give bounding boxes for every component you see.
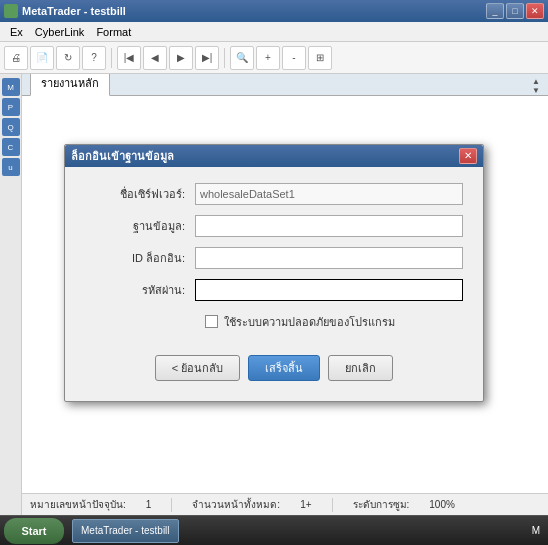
dialog-overlay: ล็อกอินเข้าฐานข้อมูล ✕ ชื่อเซิร์ฟเวอร์: … [0,0,548,545]
server-name-label: ชื่อเซิร์ฟเวอร์: [85,185,195,203]
password-label: รหัสผ่าน: [85,281,195,299]
password-input[interactable] [195,279,463,301]
checkbox-label: ใช้ระบบความปลอดภัยของโปรแกรม [224,313,395,331]
server-name-row: ชื่อเซิร์ฟเวอร์: [85,183,463,205]
password-row: รหัสผ่าน: [85,279,463,301]
database-row: ฐานข้อมูล: [85,215,463,237]
cancel-button[interactable]: ยกเลิก [328,355,393,381]
back-button[interactable]: < ย้อนกลับ [155,355,240,381]
desktop: MetaTrader - testbill _ □ ✕ Ex CyberLink… [0,0,548,545]
dialog-close-button[interactable]: ✕ [459,148,477,164]
finish-button[interactable]: เสร็จสิ้น [248,355,320,381]
database-label: ฐานข้อมูล: [85,217,195,235]
database-input[interactable] [195,215,463,237]
dialog-buttons: < ย้อนกลับ เสร็จสิ้น ยกเลิก [85,347,463,385]
security-checkbox[interactable] [205,315,218,328]
login-id-input[interactable] [195,247,463,269]
server-name-input[interactable] [195,183,463,205]
login-dialog: ล็อกอินเข้าฐานข้อมูล ✕ ชื่อเซิร์ฟเวอร์: … [64,144,484,402]
dialog-title-bar: ล็อกอินเข้าฐานข้อมูล ✕ [65,145,483,167]
login-id-label: ID ล็อกอิน: [85,249,195,267]
checkbox-row: ใช้ระบบความปลอดภัยของโปรแกรม [205,313,463,331]
dialog-body: ชื่อเซิร์ฟเวอร์: ฐานข้อมูล: ID ล็อกอิน: … [65,167,483,401]
login-id-row: ID ล็อกอิน: [85,247,463,269]
dialog-title: ล็อกอินเข้าฐานข้อมูล [71,147,459,165]
